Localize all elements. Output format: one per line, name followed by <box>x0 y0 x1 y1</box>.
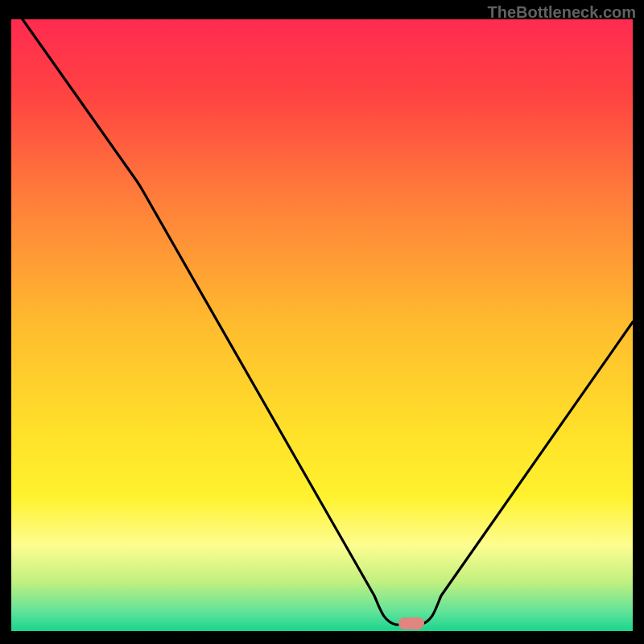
bottleneck-chart <box>0 0 644 644</box>
chart-background <box>11 19 633 631</box>
chart-svg <box>0 0 644 644</box>
watermark-text: TheBottleneck.com <box>488 3 636 22</box>
bottleneck-marker <box>398 617 424 630</box>
